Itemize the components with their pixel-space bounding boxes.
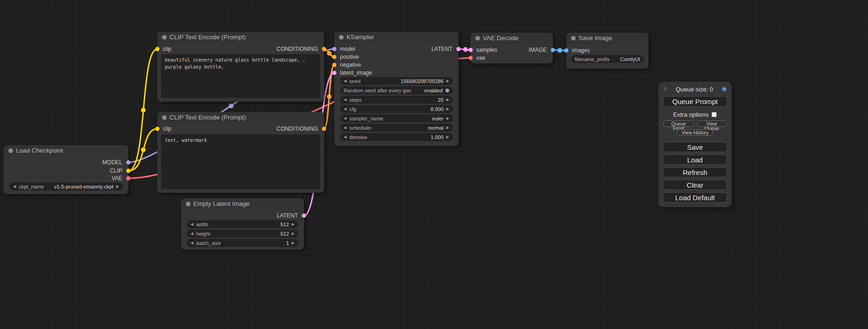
view-history-button[interactable]: View History [677, 129, 713, 136]
increment-arrow-icon[interactable]: ▶ [446, 133, 449, 141]
widget-denoise[interactable]: ◀ denoise 1.000 ▶ [340, 133, 453, 141]
node-title-bar[interactable]: Empty Latent Image [181, 198, 304, 210]
output-socket-image[interactable] [551, 48, 555, 52]
node-collapse-dot-icon[interactable] [186, 202, 191, 206]
output-socket-conditioning[interactable] [322, 127, 326, 131]
widget-ckpt-name[interactable]: ◀ ckpt_name v1-5-pruned-emaonly.ckpt ▶ [9, 182, 123, 190]
widget-label: Random seed after every gen [344, 88, 411, 93]
prompt-textarea[interactable]: text, watermark [161, 134, 320, 189]
decrement-arrow-icon[interactable]: ◀ [344, 124, 346, 132]
input-socket-vae[interactable] [469, 56, 473, 60]
widget-value: 20 [438, 97, 444, 103]
node-empty-latent-image[interactable]: Empty Latent Image LATENT ◀ width 512 ▶ … [181, 198, 304, 250]
node-collapse-dot-icon[interactable] [8, 148, 13, 153]
node-collapse-dot-icon[interactable] [475, 36, 480, 41]
decrement-arrow-icon[interactable]: ◀ [344, 77, 346, 85]
widget-width[interactable]: ◀ width 512 ▶ [187, 220, 298, 228]
node-title: Empty Latent Image [193, 200, 250, 207]
graph-canvas[interactable]: { "colors": { "model": "#B39DDB", "clip"… [0, 0, 868, 329]
output-label-conditioning: CONDITIONING [276, 45, 318, 53]
increment-arrow-icon[interactable]: ▶ [446, 105, 449, 113]
widget-random-seed-toggle[interactable]: Random seed after every gen enabled [340, 86, 453, 94]
settings-gear-icon[interactable]: ✱ [721, 85, 727, 93]
input-socket-clip[interactable] [155, 127, 160, 131]
output-label-clip: CLIP [110, 167, 122, 175]
view-queue-button[interactable]: View Queue [697, 120, 727, 127]
node-collapse-dot-icon[interactable] [571, 36, 576, 41]
increment-arrow-icon[interactable]: ▶ [292, 230, 295, 238]
input-socket-negative[interactable] [332, 63, 337, 67]
widget-cfg[interactable]: ◀ cfg 8.000 ▶ [340, 105, 453, 113]
node-title-bar[interactable]: KSampler [334, 32, 459, 43]
increment-arrow-icon[interactable]: ▶ [292, 239, 295, 247]
output-socket-latent[interactable] [302, 214, 306, 218]
queue-front-button[interactable]: Queue Front [663, 120, 694, 127]
decrement-arrow-icon[interactable]: ◀ [344, 114, 346, 122]
node-ksampler[interactable]: KSampler model positive negative latent_… [334, 32, 459, 146]
node-title-bar[interactable]: Save Image [566, 33, 649, 44]
node-title-bar[interactable]: CLIP Text Encode (Prompt) [157, 32, 324, 43]
node-load-checkpoint[interactable]: Load Checkpoint MODEL CLIP VAE ◀ ckpt_na… [4, 145, 128, 194]
increment-arrow-icon[interactable]: ▶ [446, 114, 449, 122]
widget-seed[interactable]: ◀ seed 156680208700286 ▶ [340, 77, 453, 85]
widget-value: ComfyUI [620, 56, 640, 62]
widget-filename-prefix[interactable]: filename_prefix ComfyUI [571, 55, 644, 63]
widget-batch-size[interactable]: ◀ batch_size 1 ▶ [187, 239, 298, 247]
extra-options-checkbox[interactable] [712, 112, 717, 117]
widget-label: seed [349, 78, 360, 84]
increment-arrow-icon[interactable]: ▶ [446, 124, 449, 132]
node-collapse-dot-icon[interactable] [162, 35, 167, 40]
comfy-menu-panel[interactable]: ⠿ Queue size: 0 ✱ Queue Prompt Extra opt… [658, 82, 732, 207]
prompt-textarea[interactable]: beautiful scenery nature glass bottle la… [161, 54, 320, 98]
input-label-positive: positive [340, 53, 359, 61]
input-socket-images[interactable] [565, 49, 569, 53]
increment-arrow-icon[interactable]: ▶ [116, 182, 119, 190]
node-save-image[interactable]: Save Image images filename_prefix ComfyU… [566, 33, 649, 69]
widget-sampler-name[interactable]: ◀ sampler_name euler ▶ [340, 114, 453, 122]
node-collapse-dot-icon[interactable] [339, 35, 344, 40]
load-button[interactable]: Load [663, 154, 727, 165]
output-socket-conditioning[interactable] [322, 47, 326, 51]
decrement-arrow-icon[interactable]: ◀ [344, 105, 346, 113]
decrement-arrow-icon[interactable]: ◀ [191, 239, 193, 247]
clear-button[interactable]: Clear [663, 180, 727, 190]
node-clip-text-encode-positive[interactable]: CLIP Text Encode (Prompt) clip CONDITION… [157, 32, 324, 102]
widget-scheduler[interactable]: ◀ scheduler normal ▶ [340, 124, 453, 132]
toggle-indicator-icon[interactable] [445, 89, 449, 92]
node-clip-text-encode-negative[interactable]: CLIP Text Encode (Prompt) clip CONDITION… [157, 112, 324, 193]
input-label-images: images [572, 47, 590, 54]
drag-handle-icon[interactable]: ⠿ [663, 86, 667, 92]
load-default-button[interactable]: Load Default [663, 192, 727, 203]
decrement-arrow-icon[interactable]: ◀ [13, 182, 16, 190]
decrement-arrow-icon[interactable]: ◀ [191, 220, 193, 228]
input-socket-latent-image[interactable] [332, 71, 337, 75]
output-socket-vae[interactable] [127, 176, 131, 181]
input-socket-clip[interactable] [155, 47, 160, 51]
decrement-arrow-icon[interactable]: ◀ [344, 96, 346, 104]
refresh-button[interactable]: Refresh [663, 167, 727, 177]
node-title-bar[interactable]: Load Checkpoint [4, 145, 128, 156]
input-socket-model[interactable] [332, 47, 337, 51]
node-collapse-dot-icon[interactable] [162, 115, 167, 120]
node-title-bar[interactable]: CLIP Text Encode (Prompt) [157, 112, 324, 123]
increment-arrow-icon[interactable]: ▶ [446, 96, 449, 104]
widget-steps[interactable]: ◀ steps 20 ▶ [340, 96, 453, 104]
decrement-arrow-icon[interactable]: ◀ [191, 230, 193, 238]
save-button[interactable]: Save [663, 142, 727, 152]
output-label-latent: LATENT [431, 45, 452, 53]
output-socket-clip[interactable] [127, 169, 131, 173]
output-socket-latent[interactable] [457, 47, 461, 51]
input-label-model: model [340, 45, 355, 53]
input-socket-positive[interactable] [332, 55, 337, 59]
increment-arrow-icon[interactable]: ▶ [292, 220, 295, 228]
output-socket-model[interactable] [127, 161, 131, 165]
decrement-arrow-icon[interactable]: ◀ [344, 133, 346, 141]
queue-prompt-button[interactable]: Queue Prompt [663, 96, 727, 107]
node-title-bar[interactable]: VAE Decode [471, 33, 553, 44]
input-socket-samples[interactable] [469, 48, 473, 52]
wire-midpoint-dot-model [229, 104, 233, 108]
widget-height[interactable]: ◀ height 512 ▶ [187, 230, 298, 238]
node-vae-decode[interactable]: VAE Decode samples vae IMAGE [471, 33, 553, 63]
widget-value: 8.000 [430, 106, 444, 112]
increment-arrow-icon[interactable]: ▶ [446, 77, 449, 85]
